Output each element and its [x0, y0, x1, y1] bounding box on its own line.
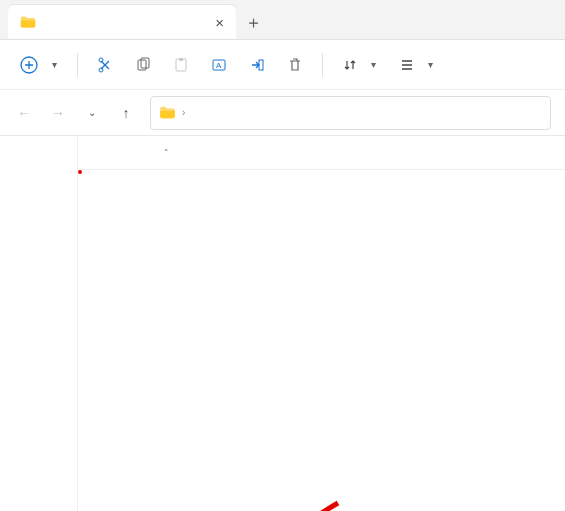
svg-rect-6 — [179, 58, 183, 61]
scissors-icon — [97, 57, 113, 73]
tab-bar: × ＋ — [0, 0, 565, 40]
sort-icon — [343, 58, 357, 72]
sort-button[interactable]: ▾ — [333, 48, 386, 82]
cut-button[interactable] — [88, 48, 122, 82]
rename-icon: A — [211, 57, 227, 73]
up-button[interactable]: ↑ — [116, 105, 136, 121]
command-toolbar: ▾ A ▾ ▾ — [0, 40, 565, 90]
arrow-annotation — [218, 498, 358, 511]
chevron-right-icon: › — [182, 107, 185, 118]
share-button[interactable] — [240, 48, 274, 82]
new-button[interactable]: ▾ — [10, 48, 67, 82]
chevron-down-icon: ▾ — [428, 59, 433, 70]
navigation-bar: ← → ⌄ ↑ › — [0, 90, 565, 136]
copy-button[interactable] — [126, 48, 160, 82]
plus-circle-icon — [20, 56, 38, 74]
sort-asc-icon: ˄ — [164, 148, 169, 158]
window-tab[interactable]: × — [8, 5, 236, 39]
chevron-down-icon: ▾ — [371, 59, 376, 70]
forward-button[interactable]: → — [48, 105, 68, 121]
svg-text:A: A — [216, 61, 222, 70]
address-bar[interactable]: › — [150, 96, 551, 130]
trash-icon — [287, 57, 303, 73]
view-button[interactable]: ▾ — [390, 48, 443, 82]
view-icon — [400, 58, 414, 72]
highlight-annotation — [78, 170, 82, 174]
close-tab-icon[interactable]: × — [215, 14, 224, 31]
recent-dropdown[interactable]: ⌄ — [82, 107, 102, 118]
column-name[interactable]: ˄ — [78, 148, 323, 158]
folder-icon — [159, 106, 176, 119]
copy-icon — [135, 57, 151, 73]
column-headers: ˄ — [78, 136, 565, 170]
paste-icon — [173, 57, 189, 73]
back-button[interactable]: ← — [14, 105, 34, 121]
divider — [77, 53, 78, 77]
navigation-sidebar — [0, 136, 78, 511]
divider — [322, 53, 323, 77]
new-tab-button[interactable]: ＋ — [236, 5, 270, 39]
chevron-down-icon: ▾ — [52, 59, 57, 70]
paste-button[interactable] — [164, 48, 198, 82]
folder-icon — [20, 14, 36, 30]
file-list: ˄ — [78, 136, 565, 511]
share-icon — [249, 57, 265, 73]
rename-button[interactable]: A — [202, 48, 236, 82]
delete-button[interactable] — [278, 48, 312, 82]
